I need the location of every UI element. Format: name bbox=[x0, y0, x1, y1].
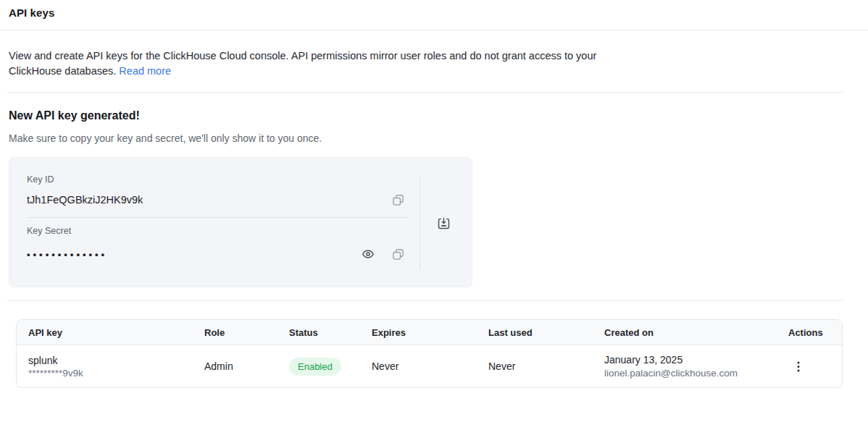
row-actions-button[interactable] bbox=[794, 358, 803, 375]
page-header: API keys bbox=[0, 0, 868, 30]
download-icon bbox=[437, 216, 451, 230]
api-keys-table: API key Role Status Expires Last used Cr… bbox=[16, 319, 843, 388]
download-credentials-button[interactable] bbox=[431, 211, 456, 235]
key-id-row: tJh1FeQGBkziJ2HK9v9k bbox=[27, 191, 406, 208]
secret-actions bbox=[359, 245, 406, 263]
card-divider bbox=[27, 217, 409, 218]
expires-cell: Never bbox=[360, 345, 477, 387]
key-secret-value: ••••••••••••• bbox=[27, 249, 107, 260]
card-vertical-divider bbox=[420, 175, 420, 270]
api-key-cell: splunk *********9v9k bbox=[17, 345, 193, 387]
table-header-row: API key Role Status Expires Last used Cr… bbox=[17, 320, 842, 345]
created-date: January 13, 2025 bbox=[604, 354, 777, 366]
copy-key-secret-button[interactable] bbox=[389, 245, 406, 263]
banner-subtitle: Make sure to copy your key and secret, w… bbox=[9, 132, 859, 144]
table-row: splunk *********9v9k Admin Enabled Never… bbox=[17, 345, 842, 387]
column-header-actions: Actions bbox=[777, 320, 842, 345]
kebab-icon bbox=[797, 361, 800, 372]
section-divider bbox=[7, 300, 843, 301]
status-badge: Enabled bbox=[289, 358, 341, 376]
reveal-secret-button[interactable] bbox=[359, 245, 377, 263]
api-key-masked: *********9v9k bbox=[28, 368, 193, 379]
key-id-value: tJh1FeQGBkziJ2HK9v9k bbox=[27, 194, 143, 206]
status-cell: Enabled bbox=[277, 345, 360, 387]
column-header-role: Role bbox=[193, 320, 277, 345]
last-used-cell: Never bbox=[477, 345, 593, 387]
read-more-link[interactable]: Read more bbox=[119, 65, 171, 77]
column-header-created-on: Created on bbox=[593, 320, 777, 345]
api-key-name: splunk bbox=[28, 355, 193, 366]
key-id-label: Key ID bbox=[27, 174, 454, 185]
role-cell: Admin bbox=[193, 345, 277, 387]
key-secret-label: Key Secret bbox=[27, 226, 454, 236]
actions-cell bbox=[777, 345, 842, 387]
created-by-email: lionel.palacin@clickhouse.com bbox=[604, 368, 777, 379]
credentials-card: Key ID tJh1FeQGBkziJ2HK9v9k Key Secret •… bbox=[9, 157, 472, 287]
created-on-cell: January 13, 2025 lionel.palacin@clickhou… bbox=[593, 345, 777, 387]
copy-key-id-button[interactable] bbox=[389, 191, 406, 208]
column-header-expires: Expires bbox=[360, 320, 477, 345]
banner-title: New API key generated! bbox=[9, 109, 859, 122]
key-secret-row: ••••••••••••• bbox=[27, 245, 406, 263]
column-header-status: Status bbox=[277, 320, 360, 345]
column-header-api-key: API key bbox=[17, 320, 193, 345]
page-title: API keys bbox=[9, 7, 859, 19]
copy-icon bbox=[392, 248, 404, 261]
description-text: View and create API keys for the ClickHo… bbox=[9, 50, 596, 77]
copy-icon bbox=[392, 194, 404, 206]
eye-icon bbox=[362, 248, 375, 261]
column-header-last-used: Last used bbox=[477, 320, 593, 345]
section-divider bbox=[7, 92, 843, 93]
page-description: View and create API keys for the ClickHo… bbox=[9, 48, 601, 79]
